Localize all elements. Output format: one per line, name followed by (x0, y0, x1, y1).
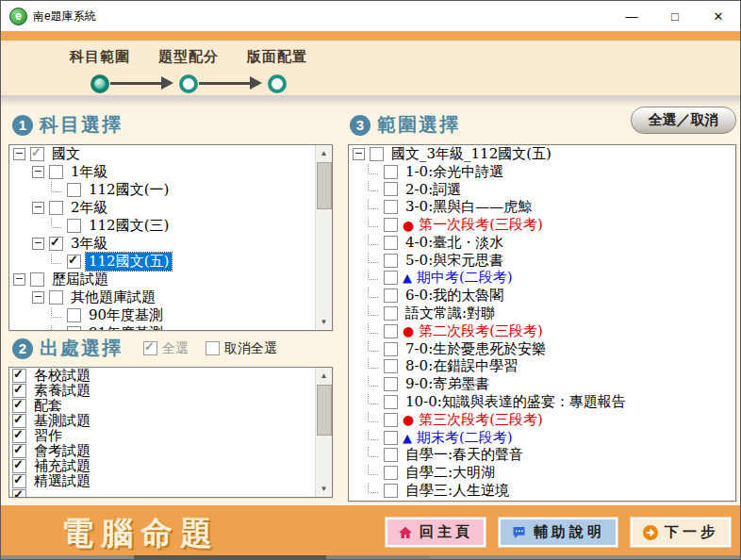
range-tree-item[interactable]: 9-0:寄弟墨書 (349, 375, 735, 393)
subject-tree-item[interactable]: 歷屆試題 (9, 271, 316, 288)
expander-icon[interactable] (32, 202, 44, 214)
tree-checkbox[interactable] (30, 272, 44, 287)
source-checkbox[interactable] (12, 384, 26, 398)
subject-tree-item[interactable]: 2年級 (9, 199, 316, 217)
range-tree-item[interactable]: 語文常識:對聯 (349, 305, 735, 322)
range-checkbox[interactable] (384, 182, 398, 196)
range-tree-item[interactable]: 國文_3年級_112國文(五) (349, 145, 735, 163)
range-checkbox[interactable] (384, 377, 398, 391)
range-tree-item[interactable]: 自學二:大明湖 (349, 464, 735, 482)
range-checkbox[interactable] (384, 288, 398, 303)
expander-icon[interactable] (13, 148, 25, 160)
range-item-label[interactable]: 3-0:黑與白——虎鯨 (403, 198, 535, 216)
range-checkbox[interactable] (384, 342, 398, 356)
maximize-button[interactable]: □ (653, 1, 697, 31)
range-tree-item[interactable]: 自學一:春天的聲音 (349, 447, 735, 465)
subject-scrollbar[interactable]: ▲ ▼ (315, 145, 332, 330)
tree-item-label[interactable]: 3年級 (68, 235, 111, 253)
minimize-button[interactable]: — (610, 1, 653, 31)
select-all-checkbox-group[interactable]: 全選 (143, 340, 189, 357)
range-checkbox[interactable] (384, 324, 398, 338)
tree-checkbox[interactable] (67, 326, 81, 330)
range-checkbox[interactable] (384, 466, 398, 480)
range-item-label[interactable]: 自學三:人生逆境 (403, 482, 512, 500)
range-checkbox[interactable] (384, 359, 398, 373)
range-item-label[interactable]: 期末考(二段考) (414, 429, 516, 447)
range-tree-item[interactable]: 5-0:與宋元思書 (349, 252, 735, 270)
subject-tree-item[interactable]: 90年度基測 (9, 306, 316, 324)
select-all-checkbox[interactable] (143, 341, 157, 355)
tree-item-label[interactable]: 其他題庫試題 (68, 288, 158, 306)
deselect-all-checkbox-group[interactable]: 取消全選 (206, 340, 277, 357)
expander-icon[interactable] (32, 238, 44, 250)
range-tree-item[interactable]: 8-0:在錯誤中學習 (349, 358, 735, 376)
range-item-label[interactable]: 7-0:生於憂患死於安樂 (403, 340, 549, 358)
range-item-label[interactable]: 8-0:在錯誤中學習 (403, 357, 520, 375)
range-checkbox[interactable] (384, 218, 398, 232)
close-button[interactable]: ✕ (697, 1, 740, 31)
range-tree-item[interactable]: 6-0:我的太魯閣 (349, 287, 735, 305)
range-tree-item[interactable]: 4-0:臺北・淡水 (349, 234, 735, 252)
range-item-label[interactable]: 10-0:知識與表達的盛宴：專題報告 (403, 393, 629, 411)
subject-tree-item[interactable]: 國文 (9, 145, 316, 163)
range-checkbox[interactable] (384, 306, 398, 321)
range-item-label[interactable]: 5-0:與宋元思書 (403, 252, 506, 270)
subject-tree-item[interactable]: 112國文(三) (9, 217, 316, 235)
range-item-label[interactable]: 第一次段考(三段考) (416, 216, 546, 234)
range-checkbox[interactable] (384, 395, 398, 409)
source-checkbox[interactable] (12, 459, 26, 473)
expander-icon[interactable] (353, 148, 365, 160)
tree-checkbox[interactable] (49, 290, 63, 305)
range-checkbox[interactable] (384, 413, 398, 427)
tree-item-label[interactable]: 112國文(三) (86, 217, 172, 235)
range-item-label[interactable]: 9-0:寄弟墨書 (403, 375, 492, 393)
tree-item-label[interactable]: 2年級 (68, 199, 111, 217)
source-item-label[interactable]: 精選試題 (31, 472, 93, 490)
tree-item-label[interactable]: 91年度基測 (86, 324, 166, 330)
range-checkbox[interactable] (384, 254, 398, 268)
range-checkbox[interactable] (384, 236, 398, 250)
range-tree-item[interactable]: 10-0:知識與表達的盛宴：專題報告 (349, 393, 735, 411)
source-checkbox[interactable] (12, 429, 26, 443)
range-tree-item[interactable]: 2-0:詞選 (349, 181, 735, 199)
tree-checkbox[interactable] (67, 219, 81, 233)
range-item-label[interactable]: 自學二:大明湖 (403, 464, 498, 482)
range-checkbox[interactable] (384, 448, 398, 462)
scroll-down-icon[interactable]: ▼ (316, 314, 332, 330)
range-checkbox[interactable] (384, 484, 398, 498)
scroll-up-icon[interactable]: ▲ (316, 145, 332, 161)
next-step-button[interactable]: 下一步 (631, 518, 731, 547)
range-checkbox[interactable] (384, 165, 398, 179)
source-checkbox[interactable] (12, 414, 26, 428)
range-tree-item[interactable]: ▲期末考(二段考) (349, 429, 735, 447)
subject-tree-item[interactable]: 3年級 (9, 235, 316, 253)
tree-checkbox[interactable] (30, 147, 44, 161)
expander-icon[interactable] (32, 166, 44, 178)
range-tree-item[interactable]: 3-0:黑與白——虎鯨 (349, 198, 735, 216)
source-scrollbar[interactable]: ▲ ▼ (315, 368, 332, 497)
tree-checkbox[interactable] (49, 237, 63, 251)
scroll-thumb[interactable] (317, 385, 332, 436)
tree-item-label[interactable]: 112國文(五) (86, 253, 172, 271)
expander-icon[interactable] (32, 291, 44, 304)
range-item-label[interactable]: 期中考(二段考) (414, 269, 516, 287)
range-item-label[interactable]: 第二次段考(三段考) (416, 322, 546, 340)
subject-tree-item[interactable]: 其他題庫試題 (9, 288, 316, 306)
help-button[interactable]: 輔助說明 (499, 518, 618, 547)
source-checkbox[interactable] (12, 489, 26, 498)
tree-checkbox[interactable] (49, 165, 63, 179)
range-item-label[interactable]: 6-0:我的太魯閣 (403, 287, 506, 305)
range-checkbox[interactable] (384, 200, 398, 214)
scroll-thumb[interactable] (317, 162, 332, 209)
range-tree-item[interactable]: 1-0:余光中詩選 (349, 163, 735, 181)
range-checkbox[interactable] (370, 147, 384, 161)
range-tree-item[interactable]: 7-0:生於憂患死於安樂 (349, 340, 735, 358)
range-item-label[interactable]: 2-0:詞選 (403, 181, 464, 199)
range-tree-item[interactable]: ●第一次段考(三段考) (349, 216, 735, 234)
tree-item-label[interactable]: 國文 (49, 145, 83, 163)
tree-item-label[interactable]: 112國文(一) (86, 181, 172, 199)
range-checkbox[interactable] (384, 271, 398, 285)
subject-tree-item[interactable]: 112國文(一) (9, 181, 316, 199)
range-item-label[interactable]: 4-0:臺北・淡水 (403, 234, 506, 252)
tree-checkbox[interactable] (67, 308, 81, 322)
